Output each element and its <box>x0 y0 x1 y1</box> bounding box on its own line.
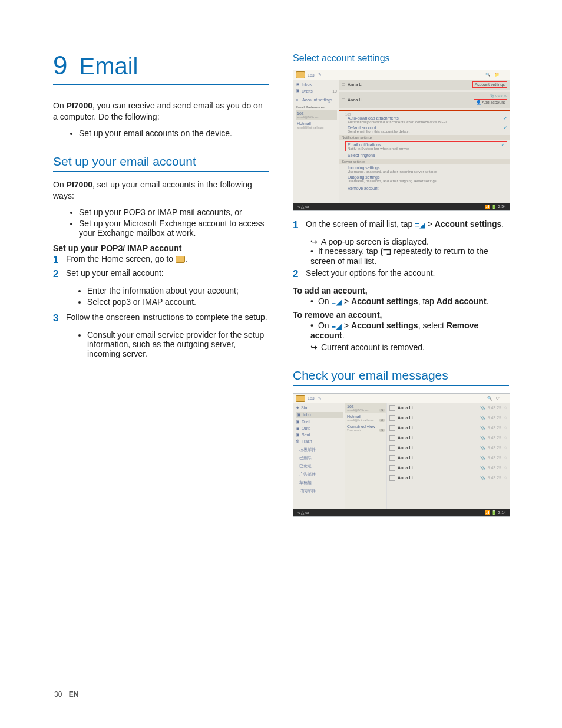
intro-bullet: Set up your email accounts on the device… <box>79 129 269 138</box>
add-account-button: 👤 Add account <box>474 99 507 106</box>
section-select-heading: Select account settings <box>293 53 509 64</box>
section-check-heading: Check your email messages <box>293 368 509 386</box>
setup-steps: 1From the Home screen, go to . 2Set up y… <box>53 254 269 280</box>
page-footer: 30 EN <box>54 690 78 699</box>
chapter-heading: 9 Email <box>53 51 269 85</box>
result-arrow: Current account is removed. <box>293 342 509 352</box>
section-setup-heading: Set up your email account <box>53 154 269 172</box>
intro-paragraph: On PI7000, you can receive and send emai… <box>53 100 269 123</box>
left-column: 9 Email On PI7000, you can receive and s… <box>53 51 269 525</box>
options-menu-icon: ≡◢ <box>415 220 425 229</box>
remove-account-heading: To remove an account, <box>293 310 509 319</box>
chapter-title: Email <box>79 53 138 80</box>
mail-app-icon <box>296 71 305 78</box>
menu-icon: ⋮ <box>503 396 507 401</box>
folder-icon: 📁 <box>494 73 500 77</box>
inbox-list-screenshot: 163 ✎ 🔍⟳⋮ ★Start ▣Inbo ▣Draft ▣Outb ▣Sen… <box>293 393 510 517</box>
right-column: Select account settings 163 ✎ 🔍📁⋮ ▣ Inbo… <box>293 51 509 525</box>
select-steps: 1On the screen of mail list, tap ≡◢ > Ac… <box>293 219 509 231</box>
chapter-number: 9 <box>53 51 67 80</box>
account-settings-screenshot: 163 ✎ 🔍📁⋮ ▣ Inbox ▣ Drafts10 ≡ Account s… <box>293 70 510 211</box>
options-menu-icon: ≡◢ <box>331 298 342 307</box>
page-number: 30 <box>54 690 62 699</box>
setup-paragraph: On PI7000, set up your email accounts in… <box>53 179 269 202</box>
result-arrow: A pop-up screen is displayed. <box>293 237 509 246</box>
pop3-subheading: Set up your POP3/ IMAP account <box>53 243 269 253</box>
search-icon: 🔍 <box>487 396 492 401</box>
page-language: EN <box>69 690 79 699</box>
account-settings-menu: Account settings <box>472 81 507 88</box>
menu-icon: ⋮ <box>503 73 507 77</box>
options-menu-icon: ≡◢ <box>331 322 342 331</box>
add-account-heading: To add an account, <box>293 286 509 295</box>
mail-app-icon <box>176 256 185 263</box>
setup-ways: Set up your POP3 or IMAP mail accounts, … <box>53 207 269 238</box>
back-icon: ⟨⫎ <box>380 247 391 256</box>
search-icon: 🔍 <box>485 73 491 77</box>
intro-bullets: Set up your email accounts on the device… <box>53 129 269 138</box>
refresh-icon: ⟳ <box>496 396 500 401</box>
